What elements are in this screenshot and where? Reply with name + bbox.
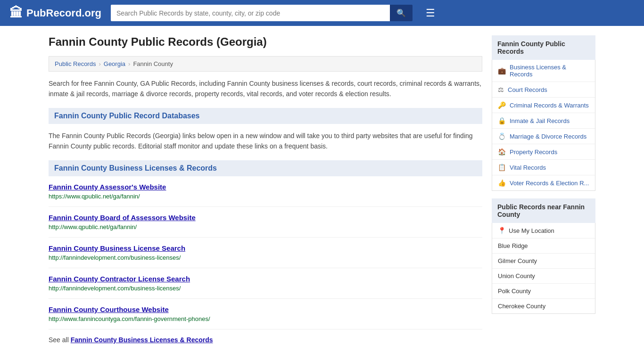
content-area: Fannin County Public Records (Georgia) P… [49, 35, 482, 344]
logo-icon: 🏛 [9, 5, 23, 21]
breadcrumb-sep-2: › [128, 60, 130, 67]
nearby-item-3[interactable]: Polk County [492, 284, 595, 299]
main-container: Fannin County Public Records (Georgia) P… [39, 26, 605, 344]
sidebar-item-label-criminal: Criminal Records & Warrants [510, 102, 589, 109]
sidebar: Fannin County Public Records 💼 Business … [492, 35, 595, 344]
breadcrumb: Public Records › Georgia › Fannin County [49, 56, 482, 72]
search-button[interactable]: 🔍 [390, 5, 413, 21]
sidebar-records-list: 💼 Business Licenses & Records ⚖ Court Re… [492, 60, 595, 191]
record-link-url-2: http://fannindevelopment.com/business-li… [49, 254, 181, 261]
nearby-item-0[interactable]: Blue Ridge [492, 239, 595, 254]
breadcrumb-sep-1: › [99, 60, 100, 67]
sidebar-item-label-voter: Voter Records & Election R... [510, 180, 589, 187]
sidebar-item-vital[interactable]: 📋 Vital Records [492, 160, 595, 175]
nearby-title-line2: County [497, 211, 520, 218]
nearby-list: 📍 Use My Location Blue Ridge Gilmer Coun… [492, 223, 595, 314]
breadcrumb-georgia[interactable]: Georgia [104, 60, 125, 67]
site-header: 🏛 PubRecord.org 🔍 ☰ [0, 0, 644, 26]
nearby-item-2[interactable]: Union County [492, 269, 595, 284]
hamburger-button[interactable]: ☰ [426, 7, 435, 19]
record-link-block-2: Fannin County Business License Search ht… [49, 244, 482, 268]
nearby-item-1[interactable]: Gilmer County [492, 254, 595, 269]
lock-icon: 🔒 [498, 117, 506, 124]
sidebar-item-label-marriage: Marriage & Divorce Records [510, 133, 586, 140]
scales-icon: ⚖ [498, 86, 504, 93]
databases-section-header: Fannin County Public Record Databases [49, 108, 482, 124]
sidebar-item-inmate[interactable]: 🔒 Inmate & Jail Records [492, 113, 595, 129]
record-link-block-1: Fannin County Board of Assessors Website… [49, 214, 482, 238]
sidebar-section-title-line1: Fannin County Public [497, 40, 565, 48]
sidebar-item-marriage[interactable]: 💍 Marriage & Divorce Records [492, 129, 595, 144]
sidebar-item-court[interactable]: ⚖ Court Records [492, 82, 595, 98]
record-link-title-0[interactable]: Fannin County Assessor's Website [49, 183, 482, 191]
record-link-block-0: Fannin County Assessor's Website https:/… [49, 183, 482, 207]
clipboard-icon: 📋 [498, 164, 506, 171]
see-all-link[interactable]: Fannin County Business Licenses & Record… [71, 336, 213, 344]
ring-icon: 💍 [498, 132, 506, 140]
description-text: Search for free Fannin County, GA Public… [49, 78, 482, 99]
sidebar-section-title-line2: Records [497, 48, 524, 55]
sidebar-item-label-property: Property Records [510, 148, 557, 156]
breadcrumb-current: Fannin County [133, 60, 173, 67]
record-link-url-4: http://www.fannincountyga.com/fannin-gov… [49, 315, 210, 322]
search-bar: 🔍 [111, 5, 413, 21]
search-input[interactable] [111, 5, 390, 21]
sidebar-item-criminal[interactable]: 🔑 Criminal Records & Warrants [492, 98, 595, 113]
record-link-title-1[interactable]: Fannin County Board of Assessors Website [49, 214, 482, 222]
house-icon: 🏠 [498, 148, 506, 156]
logo[interactable]: 🏛 PubRecord.org [9, 5, 101, 21]
record-link-block-4: Fannin County Courthouse Website http://… [49, 305, 482, 329]
use-location-label: Use My Location [509, 227, 554, 234]
record-link-url-1: http://www.qpublic.net/ga/fannin/ [49, 223, 137, 230]
nearby-item-4[interactable]: Cherokee County [492, 299, 595, 313]
sidebar-item-label-court: Court Records [508, 86, 547, 93]
hamburger-icon: ☰ [426, 7, 435, 19]
location-pin-icon: 📍 [498, 227, 506, 234]
sidebar-item-label-vital: Vital Records [510, 164, 546, 171]
record-link-title-2[interactable]: Fannin County Business License Search [49, 244, 482, 252]
sidebar-item-label-inmate: Inmate & Jail Records [510, 117, 570, 124]
record-link-url-3: http://fannindevelopment.com/business-li… [49, 285, 181, 292]
logo-text: PubRecord.org [26, 7, 101, 19]
sidebar-item-voter[interactable]: 👍 Voter Records & Election R... [492, 175, 595, 190]
record-link-title-3[interactable]: Fannin County Contractor License Search [49, 275, 482, 283]
business-section-header: Fannin County Business Licenses & Record… [49, 160, 482, 176]
use-location-item[interactable]: 📍 Use My Location [492, 223, 595, 239]
sidebar-item-property[interactable]: 🏠 Property Records [492, 144, 595, 160]
sidebar-item-business[interactable]: 💼 Business Licenses & Records [492, 60, 595, 82]
page-title: Fannin County Public Records (Georgia) [49, 35, 482, 49]
see-all-line: See all Fannin County Business Licenses … [49, 336, 482, 344]
breadcrumb-public-records[interactable]: Public Records [55, 60, 96, 67]
sidebar-section-header: Fannin County Public Records [492, 35, 595, 60]
key-icon: 🔑 [498, 101, 506, 109]
record-link-title-4[interactable]: Fannin County Courthouse Website [49, 305, 482, 313]
search-icon: 🔍 [396, 9, 406, 17]
nearby-title-line1: Public Records near Fannin [497, 203, 585, 211]
briefcase-icon: 💼 [498, 67, 506, 74]
nearby-section-header: Public Records near Fannin County [492, 198, 595, 223]
thumbsup-icon: 👍 [498, 179, 506, 187]
databases-description: The Fannin County Public Records (Georgi… [49, 131, 482, 152]
record-link-url-0: https://www.qpublic.net/ga/fannin/ [49, 193, 140, 200]
sidebar-item-label-business: Business Licenses & Records [510, 64, 589, 78]
see-all-prefix: See all [49, 336, 71, 344]
record-link-block-3: Fannin County Contractor License Search … [49, 275, 482, 299]
